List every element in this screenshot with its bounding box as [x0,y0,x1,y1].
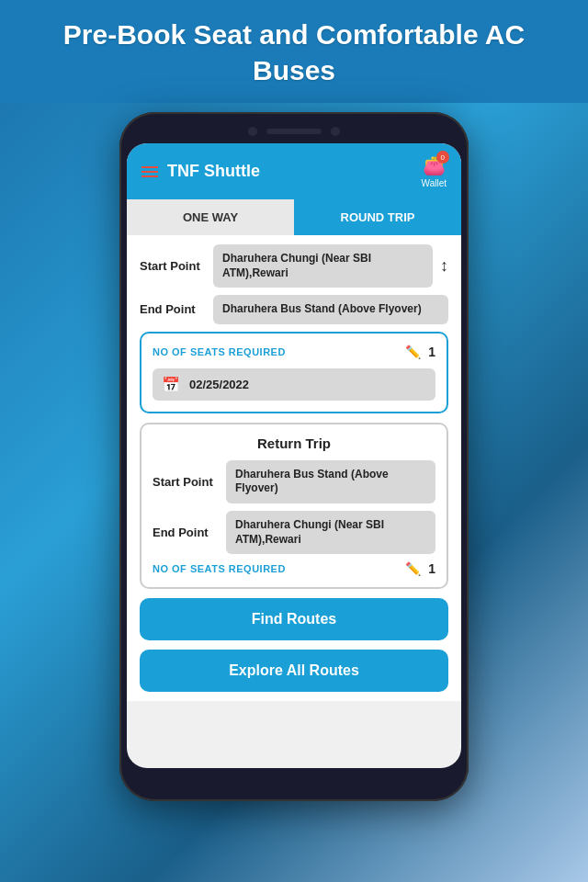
return-seats-label: NO OF SEATS REQUIRED [153,563,405,574]
swap-icon[interactable]: ↕ [440,256,448,276]
end-point-row: End Point Dharuhera Bus Stand (Above Fly… [140,295,448,324]
banner-text: Pre-Book Seat and Comfortable AC Buses [28,17,560,88]
end-point-value[interactable]: Dharuhera Bus Stand (Above Flyover) [213,295,448,324]
phone-camera-2 [331,127,340,136]
start-point-row: Start Point Dharuhera Chungi (Near SBI A… [140,244,448,288]
app-header: TNF Shuttle 👛 0 Wallet [127,143,461,199]
return-start-point-row: Start Point Dharuhera Bus Stand (Above F… [153,460,435,503]
date-row[interactable]: 📅 02/25/2022 [153,368,435,401]
return-seats-count: 1 [428,561,435,576]
phone-top-bar [127,123,461,143]
return-start-point-value[interactable]: Dharuhera Bus Stand (Above Flyover) [226,460,435,503]
return-seats-row: NO OF SEATS REQUIRED ✏️ 1 [153,561,435,576]
phone-bottom [127,768,461,783]
phone-camera [248,127,257,136]
wallet-badge: 0 [436,151,449,164]
start-point-value[interactable]: Dharuhera Chungi (Near SBI ATM),Rewari [213,244,433,288]
calendar-icon: 📅 [162,376,180,393]
phone-screen: TNF Shuttle 👛 0 Wallet ONE WAY ROUND TRI… [127,143,461,768]
outward-trip-section: Start Point Dharuhera Chungi (Near SBI A… [140,244,448,413]
outward-seats-label: NO OF SEATS REQUIRED [153,346,405,357]
return-end-point-label: End Point [153,526,226,539]
outward-seats-count: 1 [428,345,435,359]
menu-icon[interactable] [141,166,158,177]
outward-edit-icon[interactable]: ✏️ [405,345,421,359]
find-routes-button[interactable]: Find Routes [140,598,448,640]
wallet-container[interactable]: 👛 0 Wallet [422,154,447,188]
wallet-icon-container: 👛 0 [423,154,446,176]
phone-speaker [266,129,322,134]
start-point-label: Start Point [140,259,213,273]
tab-round-trip[interactable]: ROUND TRIP [294,199,461,235]
hamburger-line-3 [141,175,158,177]
explore-routes-button[interactable]: Explore All Routes [140,650,448,692]
date-text: 02/25/2022 [189,378,249,391]
return-title: Return Trip [153,435,435,451]
wallet-label: Wallet [422,178,447,188]
tabs-row: ONE WAY ROUND TRIP [127,199,461,235]
outward-info-box: NO OF SEATS REQUIRED ✏️ 1 📅 02/25/2022 [140,332,448,413]
return-trip-section: Return Trip Start Point Dharuhera Bus St… [140,423,448,589]
top-banner: Pre-Book Seat and Comfortable AC Buses [0,0,588,103]
return-start-point-label: Start Point [153,475,226,489]
return-end-point-value[interactable]: Dharuhera Chungi (Near SBI ATM),Rewari [226,511,435,554]
header-left: TNF Shuttle [141,162,260,181]
app-content: Start Point Dharuhera Chungi (Near SBI A… [127,235,461,701]
app-title: TNF Shuttle [167,162,260,181]
return-end-point-row: End Point Dharuhera Chungi (Near SBI ATM… [153,511,435,554]
tab-one-way[interactable]: ONE WAY [127,199,294,235]
end-point-label: End Point [140,302,213,316]
outward-seats-row: NO OF SEATS REQUIRED ✏️ 1 [153,345,435,359]
hamburger-line-1 [141,166,158,168]
return-edit-icon[interactable]: ✏️ [405,561,421,576]
phone-frame: TNF Shuttle 👛 0 Wallet ONE WAY ROUND TRI… [119,112,469,801]
hamburger-line-2 [141,171,158,173]
